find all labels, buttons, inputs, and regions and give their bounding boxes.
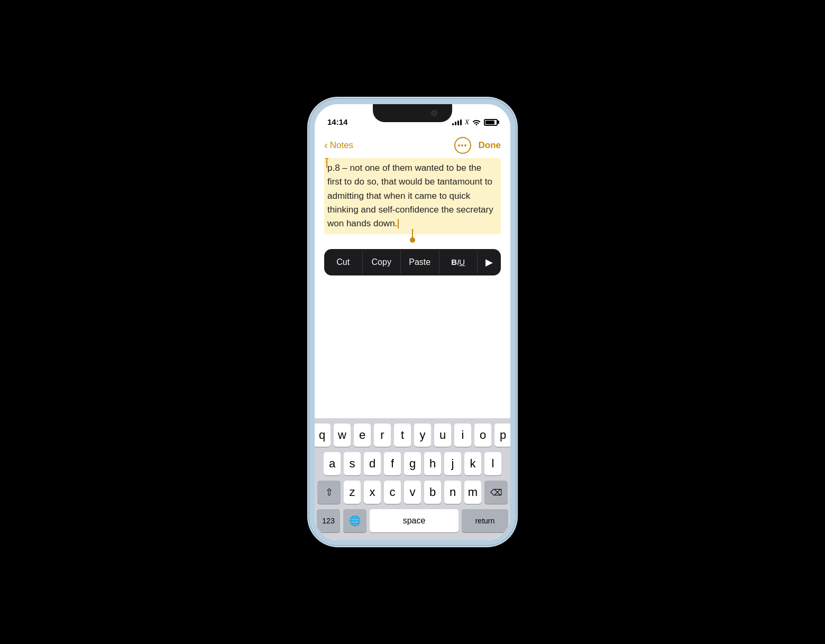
more-dots-icon: ••• xyxy=(458,142,468,149)
key-m[interactable]: m xyxy=(464,481,481,504)
globe-icon: 🌐 xyxy=(349,515,361,527)
key-v[interactable]: v xyxy=(404,481,421,504)
key-l[interactable]: l xyxy=(484,452,501,475)
more-format-button[interactable]: ▶ xyxy=(478,249,501,275)
key-c[interactable]: c xyxy=(384,481,401,504)
key-u[interactable]: u xyxy=(434,424,451,447)
key-k[interactable]: k xyxy=(464,452,481,475)
delete-icon: ⌫ xyxy=(490,487,502,498)
selection-handle-top xyxy=(324,158,329,168)
shift-icon: ⇧ xyxy=(325,486,333,498)
done-button[interactable]: Done xyxy=(479,140,501,151)
key-z[interactable]: z xyxy=(344,481,361,504)
keyboard: q w e r t y u i o p a s d f g h j k xyxy=(315,418,510,540)
cut-button[interactable]: Cut xyxy=(324,250,363,274)
context-menu: Cut Copy Paste BIU ▶ xyxy=(324,249,501,275)
wifi-icon xyxy=(472,119,481,125)
key-i[interactable]: i xyxy=(454,424,471,447)
keyboard-row-4: 123 🌐 space return xyxy=(317,509,508,532)
key-p[interactable]: p xyxy=(494,424,511,447)
delete-key[interactable]: ⌫ xyxy=(484,481,508,504)
camera xyxy=(431,110,437,116)
keyboard-row-1: q w e r t y u i o p xyxy=(317,424,508,447)
notch xyxy=(373,104,452,122)
keyboard-row-2: a s d f g h j k l xyxy=(317,452,508,475)
key-r[interactable]: r xyxy=(374,424,391,447)
more-button[interactable]: ••• xyxy=(454,137,471,154)
key-g[interactable]: g xyxy=(404,452,421,475)
keyboard-row-3: ⇧ z x c v b n m ⌫ xyxy=(317,481,508,504)
key-s[interactable]: s xyxy=(344,452,361,475)
nav-bar: ‹ Notes ••• Done xyxy=(315,131,510,158)
key-f[interactable]: f xyxy=(384,452,401,475)
space-key[interactable]: space xyxy=(370,509,459,532)
note-text: p.8 – not one of them wanted to be the f… xyxy=(327,163,493,228)
selected-text[interactable]: p.8 – not one of them wanted to be the f… xyxy=(324,158,501,234)
nav-actions: ••• Done xyxy=(454,137,501,154)
key-q[interactable]: q xyxy=(314,424,331,447)
back-label: Notes xyxy=(330,140,353,151)
copy-button[interactable]: Copy xyxy=(363,250,401,274)
key-y[interactable]: y xyxy=(414,424,431,447)
key-e[interactable]: e xyxy=(354,424,371,447)
app-content: ‹ Notes ••• Done p.8 – not one of them w… xyxy=(315,131,510,540)
back-button[interactable]: ‹ Notes xyxy=(324,140,353,151)
paste-button[interactable]: Paste xyxy=(401,250,439,274)
bold-icon: B xyxy=(451,257,457,266)
key-a[interactable]: a xyxy=(324,452,341,475)
underline-icon: U xyxy=(459,257,465,266)
back-chevron-icon: ‹ xyxy=(324,139,328,151)
format-button[interactable]: BIU xyxy=(439,250,478,274)
key-w[interactable]: w xyxy=(334,424,351,447)
status-icons: 𝛸 xyxy=(452,118,498,126)
key-t[interactable]: t xyxy=(394,424,411,447)
signal-icon xyxy=(452,119,462,125)
key-h[interactable]: h xyxy=(424,452,441,475)
text-cursor xyxy=(398,219,399,228)
key-d[interactable]: d xyxy=(364,452,381,475)
return-key[interactable]: return xyxy=(462,509,508,532)
note-area[interactable]: p.8 – not one of them wanted to be the f… xyxy=(315,158,510,418)
number-key[interactable]: 123 xyxy=(317,509,340,532)
key-o[interactable]: o xyxy=(474,424,491,447)
wifi-icon: 𝛸 xyxy=(465,118,469,126)
shift-key[interactable]: ⇧ xyxy=(317,481,341,504)
selection-handle-bottom xyxy=(410,229,415,243)
key-x[interactable]: x xyxy=(364,481,381,504)
key-j[interactable]: j xyxy=(444,452,461,475)
key-n[interactable]: n xyxy=(444,481,461,504)
key-b[interactable]: b xyxy=(424,481,441,504)
phone-frame: 14:14 𝛸 ‹ Notes ••• xyxy=(309,99,516,545)
globe-key[interactable]: 🌐 xyxy=(343,509,366,532)
status-time: 14:14 xyxy=(327,117,347,126)
battery-icon xyxy=(484,119,498,126)
